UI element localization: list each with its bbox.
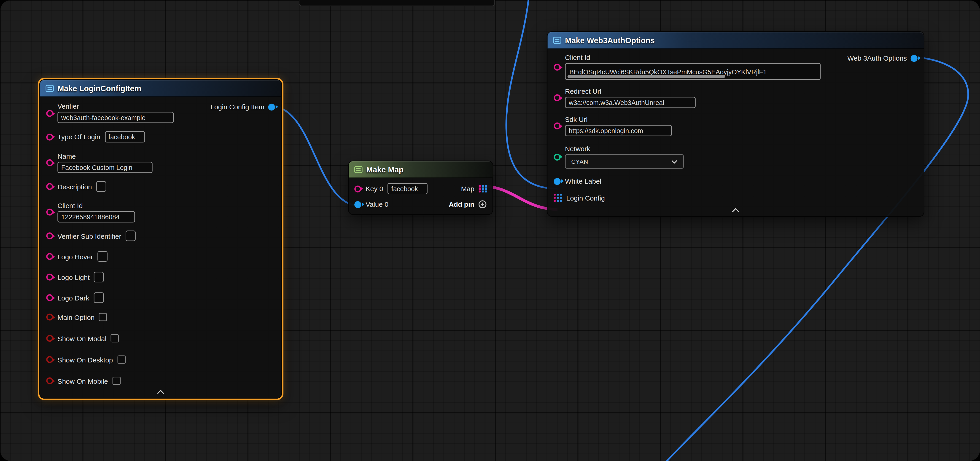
field-label-verifier-sub-identifier: Verifier Sub Identifier xyxy=(57,232,121,240)
field-label-show-on-mobile: Show On Mobile xyxy=(57,377,108,385)
pin-description[interactable] xyxy=(46,183,53,190)
field-label-main-option: Main Option xyxy=(57,313,94,321)
field-label-show-on-modal: Show On Modal xyxy=(57,335,107,342)
field-label-logo-dark: Logo Dark xyxy=(57,294,89,301)
pin-verifier[interactable] xyxy=(46,110,53,117)
field-label-value-0: Value 0 xyxy=(366,200,388,208)
field-label-show-on-desktop: Show On Desktop xyxy=(57,356,113,363)
node-header-make-loginconfigitem[interactable]: Make LoginConfigItem xyxy=(40,80,282,97)
pin-type-of-login[interactable] xyxy=(46,133,53,140)
collapse-node-button[interactable] xyxy=(554,207,918,216)
wire-loginconfigitem-to-value0 xyxy=(269,106,361,206)
output-label-login-config-item: Login Config Item xyxy=(210,103,264,111)
pin-redirect-url[interactable] xyxy=(554,94,561,101)
node-make-map[interactable]: Make Map Key 0 Map Value 0 xyxy=(348,161,493,215)
field-label-sdk-url: Sdk Url xyxy=(565,116,672,123)
add-pin-button[interactable]: Add pin xyxy=(449,200,487,208)
pin-logo-hover[interactable] xyxy=(46,253,53,260)
pin-sdk-url[interactable] xyxy=(554,122,561,129)
show-on-desktop-checkbox[interactable] xyxy=(117,356,126,364)
network-dropdown[interactable]: CYAN xyxy=(565,154,684,169)
show-on-modal-checkbox[interactable] xyxy=(111,334,119,343)
client-id-input[interactable] xyxy=(57,211,135,222)
add-pin-label: Add pin xyxy=(449,200,474,208)
key-0-input[interactable] xyxy=(388,183,428,194)
name-input[interactable] xyxy=(57,162,152,173)
pin-key-0[interactable] xyxy=(354,185,361,192)
blueprint-canvas[interactable]: Make LoginConfigItem Verifier Login Conf… xyxy=(0,0,980,461)
node-make-web3authoptions[interactable]: Make Web3AuthOptions Client Id Web 3Auth… xyxy=(547,31,924,217)
field-label-logo-hover: Logo Hover xyxy=(57,253,93,260)
node-header-make-web3authoptions[interactable]: Make Web3AuthOptions xyxy=(547,32,924,49)
pin-show-on-desktop[interactable] xyxy=(46,356,53,363)
pin-name[interactable] xyxy=(46,159,53,166)
field-label-network: Network xyxy=(565,145,684,153)
pin-value-0[interactable] xyxy=(354,201,361,208)
pin-client-id[interactable] xyxy=(554,64,561,71)
client-id-scrollbar[interactable] xyxy=(568,75,725,78)
pin-verifier-sub-identifier[interactable] xyxy=(46,232,53,239)
network-selected-value: CYAN xyxy=(571,158,589,165)
chevron-down-icon xyxy=(671,160,677,163)
pin-logo-light[interactable] xyxy=(46,274,53,281)
node-header-make-map[interactable]: Make Map xyxy=(349,161,493,178)
logo-light-input[interactable] xyxy=(94,272,104,282)
blueprint-editor: Make LoginConfigItem Verifier Login Conf… xyxy=(0,0,980,461)
collapse-node-button[interactable] xyxy=(46,388,275,398)
field-label-logo-light: Logo Light xyxy=(57,273,89,281)
make-map-icon xyxy=(354,166,363,173)
field-label-type-of-login: Type Of Login xyxy=(57,133,100,141)
pin-login-config-item-output[interactable] xyxy=(268,103,275,110)
sdk-url-input[interactable] xyxy=(565,125,672,136)
client-id-field[interactable] xyxy=(565,63,821,80)
offscreen-node-fragment[interactable] xyxy=(299,0,495,6)
node-title: Make Web3AuthOptions xyxy=(565,36,655,45)
pin-network[interactable] xyxy=(554,153,561,160)
pin-main-option[interactable] xyxy=(46,314,53,321)
output-label-web3auth-options: Web 3Auth Options xyxy=(847,54,907,62)
field-label-client-id: Client Id xyxy=(565,54,821,61)
pin-web3auth-options-output[interactable] xyxy=(911,55,918,62)
logo-hover-input[interactable] xyxy=(97,251,108,262)
pin-white-label[interactable] xyxy=(554,178,561,184)
node-title: Make Map xyxy=(366,165,404,174)
add-pin-plus-icon xyxy=(478,200,487,208)
field-label-verifier: Verifier xyxy=(57,102,173,110)
main-option-checkbox[interactable] xyxy=(99,313,107,321)
field-label-client-id: Client Id xyxy=(57,202,135,209)
redirect-url-input[interactable] xyxy=(565,97,696,108)
field-label-login-config: Login Config xyxy=(566,194,605,202)
field-label-redirect-url: Redirect Url xyxy=(565,87,696,95)
pin-logo-dark[interactable] xyxy=(46,294,53,301)
make-struct-icon xyxy=(46,85,54,92)
field-label-key-0: Key 0 xyxy=(366,185,383,192)
node-make-loginconfigitem[interactable]: Make LoginConfigItem Verifier Login Conf… xyxy=(39,79,282,399)
verifier-sub-identifier-input[interactable] xyxy=(126,230,136,241)
field-label-white-label: White Label xyxy=(565,178,601,185)
chevron-up-icon xyxy=(157,390,164,394)
type-of-login-input[interactable] xyxy=(105,131,145,143)
show-on-mobile-checkbox[interactable] xyxy=(112,377,121,385)
pin-login-config[interactable] xyxy=(554,194,562,202)
field-label-name: Name xyxy=(57,153,152,160)
pin-client-id[interactable] xyxy=(46,209,53,216)
make-struct-icon xyxy=(553,37,562,44)
output-label-map: Map xyxy=(461,185,474,192)
pin-map-output[interactable] xyxy=(479,184,487,193)
chevron-up-icon xyxy=(732,208,739,213)
verifier-input[interactable] xyxy=(57,112,173,123)
pin-show-on-mobile[interactable] xyxy=(46,377,53,384)
field-label-description: Description xyxy=(57,183,92,190)
logo-dark-input[interactable] xyxy=(94,292,103,303)
description-input[interactable] xyxy=(96,181,107,192)
pin-show-on-modal[interactable] xyxy=(46,335,53,342)
node-title: Make LoginConfigItem xyxy=(57,84,141,92)
